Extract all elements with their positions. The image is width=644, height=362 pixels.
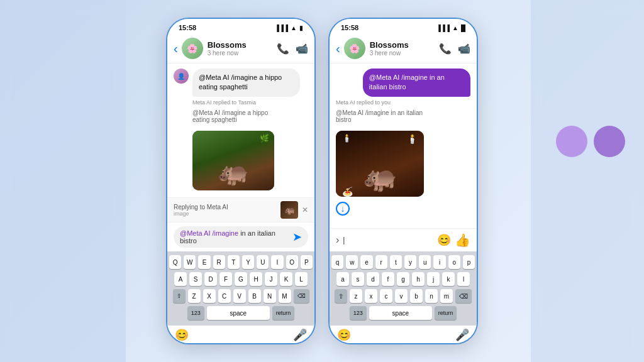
key-A[interactable]: A	[174, 272, 187, 286]
key-S[interactable]: S	[189, 272, 202, 286]
msg-row-incoming-1: 👤 @Meta AI /imagine a hippo eating spagh…	[174, 69, 308, 97]
key-m[interactable]: m	[440, 289, 453, 303]
key-i[interactable]: i	[433, 255, 445, 269]
key-W[interactable]: W	[184, 255, 196, 269]
keyboard-1: Q W E R T Y U I O P A S D F G H J K L	[167, 251, 314, 326]
header-actions-2: 📞 📹	[439, 43, 470, 55]
emoji-button-bottom-2[interactable]: 😊	[337, 328, 351, 342]
key-shift-2[interactable]: ⇧	[335, 289, 347, 303]
key-return-1[interactable]: return	[272, 306, 295, 320]
phone-icon-1[interactable]: 📞	[277, 43, 289, 55]
key-s[interactable]: s	[352, 272, 364, 286]
key-backspace-1[interactable]: ⌫	[294, 289, 309, 303]
send-button-1[interactable]: ➤	[292, 230, 302, 244]
key-J[interactable]: J	[265, 272, 277, 286]
reply-info-2: Meta AI replied to you	[336, 99, 470, 106]
video-icon-2[interactable]: 📹	[458, 43, 470, 55]
key-P[interactable]: P	[301, 255, 313, 269]
header-sub-2: 3 here now	[370, 50, 439, 57]
back-button-2[interactable]: ‹	[336, 41, 340, 56]
key-K[interactable]: K	[280, 272, 292, 286]
reply-text-2: @Meta AI /imagine in an italianbistro	[336, 109, 470, 123]
key-T[interactable]: T	[228, 255, 240, 269]
key-Q[interactable]: Q	[169, 255, 181, 269]
bg-circle-1	[594, 126, 625, 157]
key-g[interactable]: g	[397, 272, 409, 286]
key-R[interactable]: R	[213, 255, 225, 269]
avatar-2: 🌸	[344, 38, 365, 59]
key-O[interactable]: O	[286, 255, 298, 269]
key-f[interactable]: f	[382, 272, 394, 286]
key-z[interactable]: z	[350, 289, 362, 303]
mic-button-1[interactable]: 🎤	[293, 328, 307, 342]
key-h[interactable]: h	[412, 272, 425, 286]
video-icon-1[interactable]: 📹	[296, 43, 308, 55]
key-123-1[interactable]: 123	[187, 306, 204, 320]
key-a[interactable]: a	[336, 272, 349, 286]
key-space-1[interactable]: space	[207, 306, 270, 320]
key-M[interactable]: M	[279, 289, 291, 303]
scroll-down-icon[interactable]: ↓	[336, 202, 350, 216]
key-e[interactable]: e	[360, 255, 372, 269]
key-123-2[interactable]: 123	[350, 306, 367, 320]
key-Z[interactable]: Z	[188, 289, 201, 303]
msg-text-outgoing-2: @Meta AI /imagine in an italian bistro	[369, 74, 445, 90]
input-cursor-2[interactable]: |	[343, 236, 433, 244]
key-L[interactable]: L	[295, 272, 308, 286]
key-l[interactable]: l	[457, 272, 470, 286]
key-w[interactable]: w	[346, 255, 358, 269]
like-button-2[interactable]: 👍	[455, 233, 470, 248]
key-j[interactable]: j	[427, 272, 440, 286]
key-I[interactable]: I	[271, 255, 283, 269]
key-q[interactable]: q	[331, 255, 343, 269]
key-U[interactable]: U	[257, 255, 269, 269]
ai-image-container-2: 🕯️ 🕯️ 🦛 🍝	[336, 128, 470, 197]
chat-area-2: @Meta AI /imagine in an italian bistro M…	[330, 63, 477, 228]
key-F[interactable]: F	[219, 272, 232, 286]
key-B[interactable]: B	[248, 289, 261, 303]
key-E[interactable]: E	[198, 255, 210, 269]
key-H[interactable]: H	[250, 272, 262, 286]
key-v[interactable]: v	[395, 289, 408, 303]
key-r[interactable]: r	[375, 255, 387, 269]
wifi-icon: ▲	[291, 25, 297, 31]
phones-container: 15:58 ▐▐▐ ▲ ▮ ‹ 🌸 Blossoms 3 here now 📞 …	[166, 18, 478, 344]
phone-icon-2[interactable]: 📞	[439, 43, 452, 55]
key-shift-1[interactable]: ⇧	[173, 289, 186, 303]
header-sub-1: 3 here now	[208, 50, 277, 57]
header-name-2: Blossoms	[370, 40, 439, 50]
emoji-button-1[interactable]: 😊	[175, 328, 189, 342]
key-y[interactable]: y	[404, 255, 416, 269]
key-return-2[interactable]: return	[435, 306, 457, 320]
key-d[interactable]: d	[367, 272, 379, 286]
emoji-button-2[interactable]: 😊	[437, 233, 451, 247]
kb-row-2-3: ⇧ z x c v b n m ⌫	[331, 289, 475, 303]
mic-button-2[interactable]: 🎤	[455, 328, 469, 342]
key-backspace-2[interactable]: ⌫	[455, 289, 472, 303]
expand-button-2[interactable]: ›	[336, 234, 339, 246]
key-G[interactable]: G	[235, 272, 247, 286]
key-u[interactable]: u	[419, 255, 431, 269]
input-text-1[interactable]: @Meta AI /imagine in an italian bistro	[180, 229, 289, 244]
key-b[interactable]: b	[410, 289, 423, 303]
key-c[interactable]: c	[380, 289, 392, 303]
key-x[interactable]: x	[365, 289, 377, 303]
close-btn-replying[interactable]: ✕	[302, 206, 308, 214]
key-n[interactable]: n	[425, 289, 438, 303]
status-bar-1: 15:58 ▐▐▐ ▲ ▮	[167, 19, 314, 34]
ai-image-container-1: 🦛 🌿	[192, 128, 308, 190]
key-C[interactable]: C	[218, 289, 231, 303]
input-area-1: @Meta AI /imagine in an italian bistro ➤	[167, 222, 314, 251]
key-t[interactable]: t	[390, 255, 402, 269]
key-D[interactable]: D	[204, 272, 217, 286]
key-p[interactable]: p	[463, 255, 475, 269]
key-V[interactable]: V	[233, 289, 246, 303]
key-k[interactable]: k	[442, 272, 455, 286]
emoji-bar-2: 😊 🎤	[330, 326, 477, 343]
key-space-2[interactable]: space	[369, 306, 432, 320]
back-button-1[interactable]: ‹	[174, 41, 178, 56]
key-o[interactable]: o	[448, 255, 460, 269]
key-Y[interactable]: Y	[242, 255, 254, 269]
key-N[interactable]: N	[264, 289, 276, 303]
key-X[interactable]: X	[203, 289, 216, 303]
